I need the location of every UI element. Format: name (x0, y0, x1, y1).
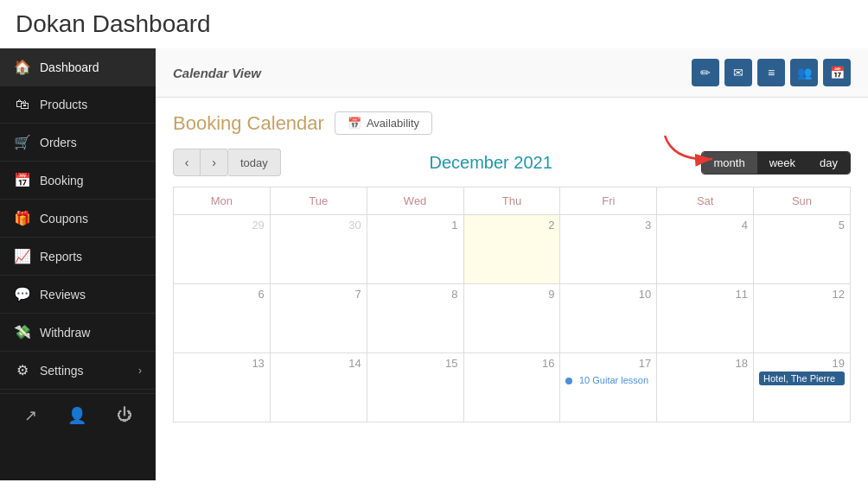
month-title: December 2021 (281, 153, 701, 173)
orders-icon: 🛒 (14, 134, 31, 150)
col-header-tue: Tue (270, 187, 367, 215)
sidebar-item-label: Reports (40, 250, 142, 264)
booking-title: Booking Calendar (173, 112, 324, 135)
coupons-icon: 🎁 (14, 210, 31, 226)
calendar-cell[interactable]: 19 Hotel, The Pierre (754, 353, 851, 422)
sidebar-item-label: Coupons (40, 212, 142, 225)
calendar-cell[interactable]: 10 (560, 284, 657, 353)
sidebar-item-label: Reviews (40, 288, 142, 302)
booking-icon: 📅 (14, 172, 31, 188)
sidebar-item-label: Settings (40, 364, 130, 378)
calendar-cell[interactable]: 30 (270, 215, 367, 284)
col-header-thu: Thu (463, 187, 560, 215)
sidebar-item-dashboard[interactable]: 🏠 Dashboard (0, 48, 156, 86)
sidebar-bottom: ↗ 👤 ⏻ (0, 393, 156, 437)
booking-header: Booking Calendar 📅 Availability (173, 111, 851, 135)
calendar-cell[interactable]: 14 (270, 353, 367, 422)
day-view-button[interactable]: day (807, 152, 850, 174)
month-view-button[interactable]: month (702, 152, 757, 174)
calendar-view-header: Calendar View ✏ ✉ ≡ 👥 📅 (156, 48, 868, 98)
user-icon[interactable]: 👤 (64, 403, 90, 429)
hotel-pierre-event[interactable]: Hotel, The Pierre (759, 372, 845, 385)
settings-arrow-icon: › (138, 365, 142, 377)
event-dot-icon (565, 378, 572, 384)
calendar-cell[interactable]: 6 (174, 284, 271, 353)
booking-area: Booking Calendar 📅 Availability ‹ › toda… (156, 98, 868, 436)
calendar-cell-today[interactable]: 2 (463, 215, 560, 284)
next-nav-button[interactable]: › (201, 149, 228, 176)
sidebar-item-withdraw[interactable]: 💸 Withdraw (0, 314, 156, 352)
calendar-cell[interactable]: 13 (174, 353, 271, 422)
calendar-cell[interactable]: 17 10 Guitar lesson (560, 353, 657, 422)
sidebar: 🏠 Dashboard 🛍 Products 🛒 Orders 📅 Bookin… (0, 48, 156, 480)
sidebar-item-label: Withdraw (40, 326, 142, 340)
calendar-cell[interactable]: 7 (270, 284, 367, 353)
calendar-icon-btn[interactable]: 📅 (823, 59, 851, 86)
reviews-icon: 💬 (14, 286, 31, 302)
col-header-sun: Sun (754, 187, 851, 215)
withdraw-icon: 💸 (14, 324, 31, 340)
sidebar-item-label: Products (40, 98, 142, 111)
calendar-cell[interactable]: 18 (657, 353, 754, 422)
page-title: Dokan Dashboard (0, 0, 868, 48)
sidebar-item-reports[interactable]: 📈 Reports (0, 238, 156, 276)
calendar-cell[interactable]: 29 (174, 215, 271, 284)
sidebar-item-products[interactable]: 🛍 Products (0, 86, 156, 124)
users-icon-btn[interactable]: 👥 (790, 59, 818, 86)
calendar-cell[interactable]: 12 (754, 284, 851, 353)
main-content: Calendar View ✏ ✉ ≡ 👥 📅 Booking Calendar… (156, 48, 868, 480)
header-icons: ✏ ✉ ≡ 👥 📅 (692, 59, 851, 86)
calendar-cell[interactable]: 11 (657, 284, 754, 353)
mail-icon-btn[interactable]: ✉ (724, 59, 752, 86)
power-icon[interactable]: ⏻ (113, 403, 136, 429)
products-icon: 🛍 (14, 97, 31, 112)
calendar-small-icon: 📅 (348, 117, 361, 130)
availability-button[interactable]: 📅 Availability (335, 111, 432, 135)
edit-icon-btn[interactable]: ✏ (692, 59, 719, 86)
sidebar-item-reviews[interactable]: 💬 Reviews (0, 276, 156, 314)
availability-label: Availability (367, 117, 419, 130)
calendar-cell[interactable]: 1 (367, 215, 463, 284)
table-row: 13 14 15 16 17 10 Guitar lesson 18 (174, 353, 851, 422)
calendar-cell[interactable]: 4 (657, 215, 754, 284)
table-row: 6 7 8 9 10 11 12 (174, 284, 851, 353)
sidebar-item-label: Booking (40, 174, 142, 187)
view-buttons: month week day (701, 151, 851, 175)
reports-icon: 📈 (14, 248, 31, 264)
calendar-cell[interactable]: 8 (367, 284, 463, 353)
calendar-cell[interactable]: 3 (560, 215, 657, 284)
calendar-view-title: Calendar View (173, 66, 261, 80)
sidebar-item-label: Dashboard (40, 60, 142, 74)
col-header-sat: Sat (657, 187, 754, 215)
col-header-wed: Wed (367, 187, 463, 215)
settings-icon: ⚙ (14, 362, 31, 378)
calendar-cell[interactable]: 15 (367, 353, 463, 422)
sidebar-item-label: Orders (40, 136, 142, 149)
guitar-lesson-event[interactable]: 10 Guitar lesson (565, 373, 651, 386)
table-row: 29 30 1 2 3 4 5 (174, 215, 851, 284)
sidebar-item-settings[interactable]: ⚙ Settings › (0, 352, 156, 390)
external-link-icon[interactable]: ↗ (21, 403, 41, 429)
sidebar-item-coupons[interactable]: 🎁 Coupons (0, 200, 156, 238)
sidebar-item-booking[interactable]: 📅 Booking (0, 162, 156, 200)
today-button[interactable]: today (228, 149, 281, 176)
calendar-cell[interactable]: 16 (463, 353, 560, 422)
list-icon-btn[interactable]: ≡ (757, 59, 785, 86)
event-label: 10 Guitar lesson (579, 375, 648, 385)
calendar-cell[interactable]: 5 (754, 215, 851, 284)
prev-nav-button[interactable]: ‹ (173, 149, 201, 176)
col-header-fri: Fri (560, 187, 657, 215)
col-header-mon: Mon (174, 187, 271, 215)
calendar-cell[interactable]: 9 (463, 284, 560, 353)
sidebar-item-orders[interactable]: 🛒 Orders (0, 124, 156, 162)
week-view-button[interactable]: week (757, 152, 807, 174)
dashboard-icon: 🏠 (14, 59, 31, 75)
calendar-table: Mon Tue Wed Thu Fri Sat Sun 29 30 1 (173, 187, 851, 422)
